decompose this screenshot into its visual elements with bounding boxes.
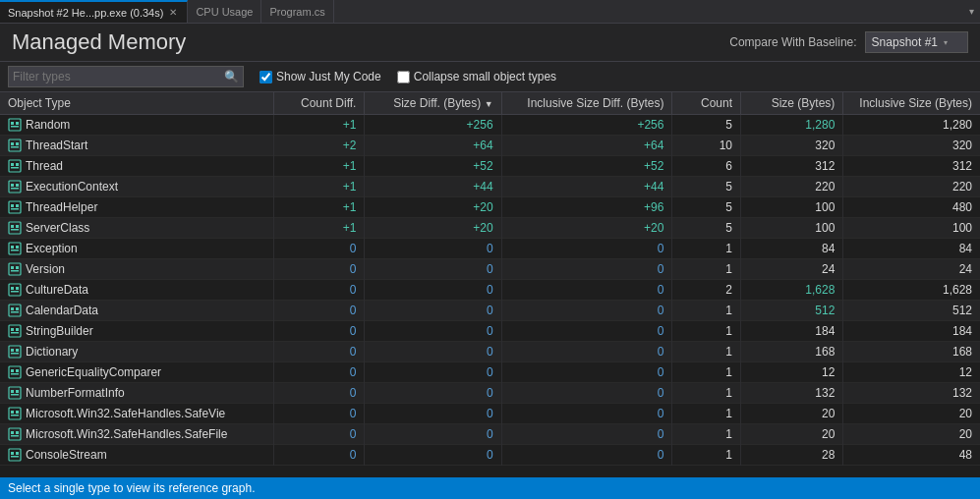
- cell-type: Exception: [0, 239, 273, 259]
- table-row[interactable]: Exception 0 0 0 1 84 84: [0, 239, 980, 259]
- table-row[interactable]: ExecutionContext +1 +44 +44 5 220 220: [0, 177, 980, 197]
- compare-dropdown[interactable]: Snapshot #1 ▾: [865, 31, 968, 53]
- cell-type: ExecutionContext: [0, 177, 273, 197]
- cell-type: CultureData: [0, 280, 273, 301]
- svg-rect-24: [9, 243, 21, 254]
- svg-rect-51: [11, 373, 19, 375]
- table-row[interactable]: ServerClass +1 +20 +20 5 100 100: [0, 218, 980, 239]
- type-name: Microsoft.Win32.SafeHandles.SafeFile: [26, 427, 227, 441]
- cell-count: 1: [672, 259, 741, 280]
- tab-dropdown[interactable]: ▾: [963, 6, 980, 17]
- svg-rect-15: [11, 188, 19, 190]
- svg-rect-13: [11, 184, 14, 187]
- type-name: ThreadHelper: [26, 200, 97, 214]
- col-header-count[interactable]: Count: [672, 92, 741, 115]
- table-row[interactable]: CultureData 0 0 0 2 1,628 1,628: [0, 280, 980, 301]
- type-icon: [8, 283, 22, 297]
- type-name: ConsoleStream: [26, 448, 107, 462]
- svg-rect-59: [11, 415, 19, 416]
- table-row[interactable]: Dictionary 0 0 0 1 168 168: [0, 342, 980, 362]
- cell-size-diff: +64: [365, 136, 501, 156]
- table-row[interactable]: Version 0 0 0 1 24 24: [0, 259, 980, 280]
- table-row[interactable]: NumberFormatInfo 0 0 0 1 132 132: [0, 383, 980, 404]
- col-header-size[interactable]: Size (Bytes): [741, 92, 843, 115]
- cell-inc-size: 1,280: [843, 115, 980, 136]
- cell-size: 184: [741, 321, 843, 342]
- cell-size: 512: [741, 301, 843, 321]
- tab-snapshot2-label: Snapshot #2 He...pp.exe (0.34s): [8, 7, 163, 19]
- cell-size: 320: [741, 136, 843, 156]
- type-icon: [8, 407, 22, 420]
- cell-size: 132: [741, 383, 843, 404]
- cell-inc-size-diff: +44: [501, 177, 672, 197]
- table-row[interactable]: ConsoleStream 0 0 0 1 28 48: [0, 445, 980, 466]
- cell-inc-size: 1,628: [843, 280, 980, 301]
- cell-size: 168: [741, 342, 843, 362]
- table-row[interactable]: Random +1 +256 +256 5 1,280 1,280: [0, 115, 980, 136]
- table-row[interactable]: CalendarData 0 0 0 1 512 512: [0, 301, 980, 321]
- type-name: CalendarData: [26, 304, 98, 317]
- tab-cpu-usage[interactable]: CPU Usage: [188, 0, 261, 23]
- cell-count: 1: [672, 321, 741, 342]
- table-row[interactable]: Microsoft.Win32.SafeHandles.SafeFile 0 0…: [0, 424, 980, 445]
- col-header-type[interactable]: Object Type: [0, 92, 273, 115]
- cell-type: Microsoft.Win32.SafeHandles.SafeFile: [0, 424, 273, 445]
- table-row[interactable]: GenericEqualityComparer 0 0 0 1 12 12: [0, 362, 980, 383]
- svg-rect-4: [9, 139, 21, 151]
- tab-program-cs-label: Program.cs: [269, 6, 324, 18]
- table-body: Random +1 +256 +256 5 1,280 1,280 Thread…: [0, 115, 980, 466]
- svg-rect-26: [16, 246, 19, 249]
- collapse-small-label: Collapse small object types: [414, 70, 556, 83]
- svg-rect-37: [11, 307, 14, 310]
- table-row[interactable]: Microsoft.Win32.SafeHandles.SafeVie 0 0 …: [0, 404, 980, 424]
- type-name: Thread: [26, 159, 63, 173]
- col-header-size-diff[interactable]: Size Diff. (Bytes): [365, 92, 501, 115]
- cell-inc-size: 184: [843, 321, 980, 342]
- col-header-inc-size[interactable]: Inclusive Size (Bytes): [843, 92, 980, 115]
- table-row[interactable]: StringBuilder 0 0 0 1 184 184: [0, 321, 980, 342]
- col-header-count-diff[interactable]: Count Diff.: [273, 92, 365, 115]
- cell-size-diff: 0: [365, 342, 501, 362]
- svg-rect-23: [11, 229, 19, 231]
- type-name: ThreadStart: [26, 139, 87, 152]
- table-container[interactable]: Object Type Count Diff. Size Diff. (Byte…: [0, 92, 980, 477]
- svg-rect-31: [11, 270, 19, 272]
- svg-rect-6: [16, 142, 19, 145]
- svg-rect-29: [11, 266, 14, 269]
- cell-count-diff: +1: [273, 115, 365, 136]
- cell-count: 1: [672, 383, 741, 404]
- tab-snapshot2-close[interactable]: ✕: [167, 7, 179, 18]
- filter-input[interactable]: [9, 70, 220, 83]
- cell-inc-size-diff: +20: [501, 218, 672, 239]
- cell-type: ConsoleStream: [0, 445, 273, 466]
- cell-count: 1: [672, 445, 741, 466]
- cell-count-diff: 0: [273, 342, 365, 362]
- type-name: StringBuilder: [26, 324, 93, 338]
- cell-count-diff: +1: [273, 197, 365, 218]
- cell-count: 5: [672, 218, 741, 239]
- table-row[interactable]: ThreadStart +2 +64 +64 10 320 320: [0, 136, 980, 156]
- svg-rect-55: [11, 394, 19, 396]
- svg-rect-22: [16, 225, 19, 228]
- tab-snapshot2[interactable]: Snapshot #2 He...pp.exe (0.34s) ✕: [0, 0, 188, 23]
- filter-box[interactable]: 🔍: [8, 66, 244, 87]
- show-just-my-code-checkbox[interactable]: Show Just My Code: [259, 70, 381, 83]
- status-bar: Select a single type to view its referen…: [0, 477, 980, 499]
- collapse-small-checkbox[interactable]: Collapse small object types: [397, 70, 556, 83]
- table-row[interactable]: ThreadHelper +1 +20 +96 5 100 480: [0, 197, 980, 218]
- table-row[interactable]: Thread +1 +52 +52 6 312 312: [0, 156, 980, 177]
- cell-count-diff: +1: [273, 177, 365, 197]
- type-name: GenericEqualityComparer: [26, 365, 161, 379]
- cell-inc-size: 20: [843, 404, 980, 424]
- col-header-inc-size-diff[interactable]: Inclusive Size Diff. (Bytes): [501, 92, 672, 115]
- type-icon: [8, 118, 22, 132]
- tab-program-cs[interactable]: Program.cs: [261, 0, 333, 23]
- tab-cpu-usage-label: CPU Usage: [196, 6, 253, 18]
- type-icon: [8, 448, 22, 462]
- cell-size-diff: 0: [365, 259, 501, 280]
- svg-rect-14: [16, 184, 19, 187]
- svg-rect-32: [9, 284, 21, 296]
- svg-rect-47: [11, 353, 19, 355]
- cell-type: GenericEqualityComparer: [0, 362, 273, 383]
- type-icon: [8, 304, 22, 317]
